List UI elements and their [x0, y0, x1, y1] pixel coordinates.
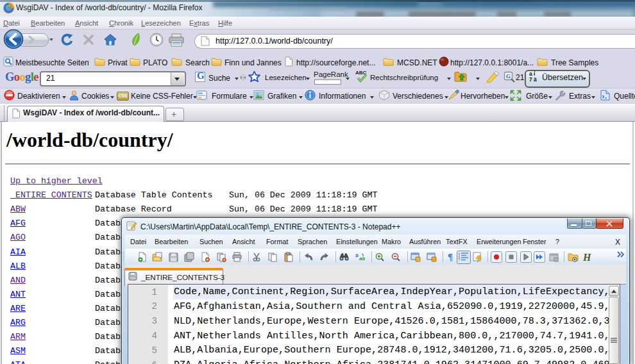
- svg-text:¶: ¶: [448, 252, 453, 262]
- svg-text:H: H: [582, 252, 591, 262]
- svg-text:G: G: [506, 73, 511, 79]
- svg-text:b: b: [355, 252, 359, 258]
- svg-text:ab: ab: [359, 256, 365, 261]
